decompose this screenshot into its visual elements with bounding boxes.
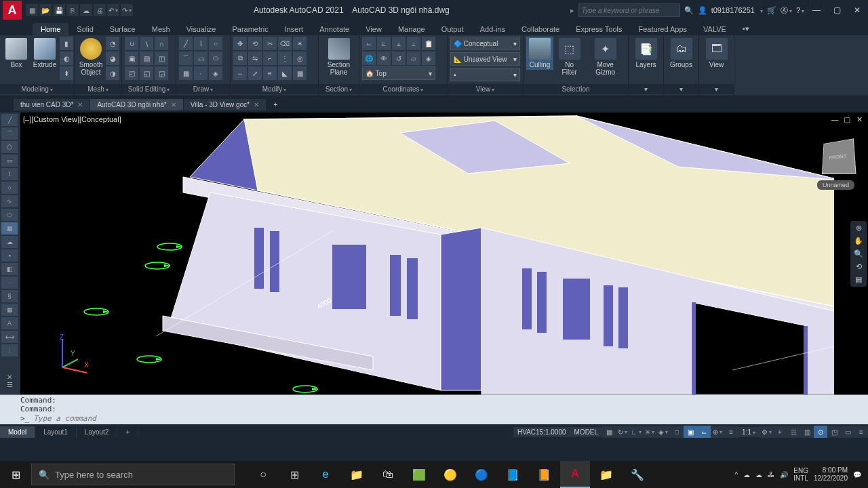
palette-spline-icon[interactable]: ∿ xyxy=(1,195,18,207)
explode-icon[interactable]: ✶ xyxy=(293,37,307,50)
gizmo-button[interactable]: ✦ Move Gizmo xyxy=(585,37,625,77)
windows-search[interactable]: 🔍 Type here to search xyxy=(31,464,235,485)
status-osnap-icon[interactable]: □ xyxy=(670,426,684,438)
chamfer-icon[interactable]: ◣ xyxy=(278,66,292,80)
box-button[interactable]: Box xyxy=(3,37,30,70)
task-view-icon[interactable]: ⊞ xyxy=(279,461,309,488)
tab-valve[interactable]: VALVE xyxy=(695,23,734,35)
status-lwt-icon[interactable]: ≡ xyxy=(724,426,738,438)
orbit-icon[interactable]: ⟲ xyxy=(852,262,865,271)
user-dropdown[interactable] xyxy=(759,6,763,14)
status-clean-icon[interactable]: ▭ xyxy=(841,426,854,438)
close-button[interactable]: ✕ xyxy=(849,2,865,18)
revolve-icon[interactable]: ◐ xyxy=(60,52,73,65)
close-icon[interactable]: ✕ xyxy=(77,101,83,108)
palette-point-icon[interactable]: · xyxy=(1,277,18,289)
viewport-close[interactable]: ✕ xyxy=(854,115,864,124)
status-dynucs-icon[interactable]: ⌙ xyxy=(697,426,711,438)
tab-view[interactable]: View xyxy=(357,23,390,35)
tab-collaborate[interactable]: Collaborate xyxy=(513,23,568,35)
rect-icon[interactable]: ▭ xyxy=(194,52,208,65)
culling-button[interactable]: Culling xyxy=(526,37,553,70)
navwheel-icon[interactable]: ⊛ xyxy=(852,224,865,232)
palette-pline-icon[interactable]: ⌇ xyxy=(1,168,18,180)
viewport-maximize[interactable]: ▢ xyxy=(842,115,852,124)
pan-icon[interactable]: ✋ xyxy=(852,237,865,245)
share-caret-icon[interactable]: ▸ xyxy=(570,6,574,15)
camera-mark[interactable] xyxy=(156,241,183,252)
edge-icon[interactable]: ◲ xyxy=(155,66,168,80)
ucs-top-combo[interactable]: 🏠 Top▾ xyxy=(362,66,435,80)
qat-open-icon[interactable]: 📂 xyxy=(39,4,52,16)
tab-insert[interactable]: Insert xyxy=(277,23,312,35)
panel-draw[interactable]: Draw xyxy=(176,84,230,94)
region-icon[interactable]: ◈ xyxy=(209,66,222,80)
tab-visualize[interactable]: Visualize xyxy=(178,23,224,35)
rotate3d-icon[interactable]: ⟲ xyxy=(248,37,262,50)
tab-manage[interactable]: Manage xyxy=(390,23,433,35)
camera-mark[interactable] xyxy=(83,306,110,317)
command-input[interactable] xyxy=(33,414,864,423)
status-anno-scale[interactable]: 1:1 xyxy=(738,427,760,437)
task-app1-icon[interactable]: 🟩 xyxy=(404,461,434,488)
mesh-more-icon[interactable]: ◔ xyxy=(106,37,119,50)
zoom-icon[interactable]: 🔍 xyxy=(852,249,865,258)
help-icon[interactable]: ? xyxy=(796,6,804,14)
taper-face-icon[interactable]: ▤ xyxy=(140,52,153,65)
layout-tab-add[interactable]: + xyxy=(117,426,138,438)
tab-surface[interactable]: Surface xyxy=(102,23,144,35)
tray-lang[interactable]: ENGINTL xyxy=(793,467,808,482)
tray-up-icon[interactable]: ^ xyxy=(735,471,738,479)
ucs-face-icon[interactable]: ▱ xyxy=(407,52,420,65)
panel-view-drop[interactable]: ▾ xyxy=(699,84,734,94)
layout-tab-2[interactable]: Layout2 xyxy=(77,426,118,438)
qat-undo-icon[interactable]: ↶ xyxy=(107,4,119,16)
named-view-combo[interactable]: 📐 Unsaved View▾ xyxy=(450,52,520,66)
cart-icon[interactable]: 🛒 xyxy=(767,6,776,15)
viewcube-ucs-label[interactable]: Unnamed xyxy=(817,180,854,190)
tray-cloud2-icon[interactable]: ☁ xyxy=(755,471,762,479)
move-icon[interactable]: ✥ xyxy=(233,37,247,50)
status-space[interactable]: MODEL xyxy=(570,427,603,437)
task-cortana-icon[interactable]: ○ xyxy=(248,461,278,488)
status-scale[interactable]: HVAC15:1.0000 xyxy=(513,427,570,437)
camera-mark[interactable] xyxy=(144,260,171,271)
ucs-view-icon[interactable]: 👁 xyxy=(377,52,391,65)
user-icon[interactable]: 👤 xyxy=(698,6,707,15)
array-icon[interactable]: ⋮ xyxy=(278,52,292,65)
panel-layers-drop[interactable]: ▾ xyxy=(629,84,663,94)
qat-plot-icon[interactable]: 🖨 xyxy=(94,4,106,16)
qat-saveas-icon[interactable]: ⎘ xyxy=(66,4,79,16)
point-icon[interactable]: · xyxy=(194,66,208,80)
status-qp-icon[interactable]: ☰ xyxy=(787,426,800,438)
status-plus-icon[interactable]: + xyxy=(773,426,787,438)
qat-save-icon[interactable]: 💾 xyxy=(53,4,65,16)
status-gear-icon[interactable]: ⚙ xyxy=(760,426,773,438)
ucs-x-icon[interactable]: ⟀ xyxy=(377,37,391,50)
extrude-button[interactable]: Extrude xyxy=(31,37,58,70)
scale-icon[interactable]: ⤢ xyxy=(248,66,262,80)
viewcube[interactable]: FRONT xyxy=(822,138,856,174)
task-store-icon[interactable]: 🛍 xyxy=(373,461,403,488)
polyline-icon[interactable]: ⌇ xyxy=(194,37,208,50)
mesh-refine-icon[interactable]: ◑ xyxy=(106,66,119,80)
task-edge-icon[interactable]: e xyxy=(311,461,340,488)
visual-style-combo[interactable]: 🔷 Conceptual▾ xyxy=(450,37,520,50)
view-panel-button[interactable]: 🗔View xyxy=(702,37,731,70)
viewport-label[interactable]: [–][Custom View][Conceptual] xyxy=(23,115,121,123)
ucs-icon[interactable]: Z Y X xyxy=(54,333,95,374)
status-iso-icon[interactable]: ◈ xyxy=(656,426,670,438)
doc-tab-1[interactable]: AutoCAD 3D ngôi nhà*✕ xyxy=(90,99,183,110)
task-autocad-icon[interactable]: A xyxy=(560,461,590,488)
username[interactable]: t0918176251 xyxy=(711,6,755,14)
intersect-icon[interactable]: ∩ xyxy=(155,37,168,50)
tab-parametric[interactable]: Parametric xyxy=(224,23,276,35)
polysolid-icon[interactable]: ▮ xyxy=(60,37,73,50)
palette-hatch-icon[interactable]: ▦ xyxy=(1,222,18,235)
layout-tab-1[interactable]: Layout1 xyxy=(35,426,77,438)
camera-mark[interactable] xyxy=(136,354,163,365)
task-chromeb-icon[interactable]: 🔵 xyxy=(467,461,496,488)
status-custom-icon[interactable]: ≡ xyxy=(854,426,868,438)
tab-home[interactable]: Home xyxy=(33,23,68,35)
tray-net-icon[interactable]: 🖧 xyxy=(768,471,774,479)
